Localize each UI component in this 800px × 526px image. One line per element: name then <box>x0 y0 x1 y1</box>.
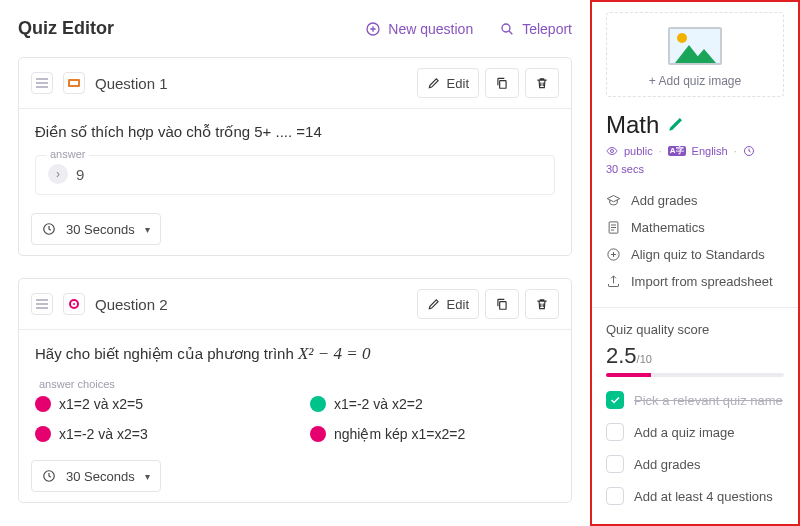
checkbox-checked-icon[interactable] <box>606 391 624 409</box>
question-header: Question 2 Edit <box>19 279 571 329</box>
question-title: Question 2 <box>95 296 407 313</box>
checklist-item: Add at least 4 questions <box>606 487 784 505</box>
quality-bar-fill <box>606 373 651 377</box>
drag-handle-icon[interactable] <box>31 293 53 315</box>
duration-label[interactable]: 30 secs <box>606 163 644 175</box>
quiz-title-row: Math <box>606 111 784 139</box>
time-label: 30 Seconds <box>66 222 135 237</box>
choice-text: x1=-2 và x2=3 <box>59 426 148 442</box>
correct-dot-icon <box>310 396 326 412</box>
checkbox-unchecked-icon[interactable] <box>606 423 624 441</box>
quality-score-value: 2.5 <box>606 343 637 368</box>
choice-text: x1=2 và x2=5 <box>59 396 143 412</box>
quality-score-max: /10 <box>637 353 652 365</box>
document-icon <box>606 220 621 235</box>
answer-label: answer <box>46 148 89 160</box>
pencil-icon <box>667 115 685 133</box>
question-text: Điền số thích hợp vào chỗ trống 5+ .... … <box>35 123 555 141</box>
answer-choice: nghiệm kép x1=x2=2 <box>310 426 555 442</box>
edit-title-button[interactable] <box>667 115 685 136</box>
visibility-label[interactable]: public <box>624 145 653 157</box>
language-icon: A字 <box>668 146 686 156</box>
answer-choice: x1=-2 và x2=2 <box>310 396 555 412</box>
main-header: Quiz Editor New question Teleport <box>18 8 572 57</box>
checklist-item: Add grades <box>606 455 784 473</box>
wrong-dot-icon <box>35 426 51 442</box>
question-header: Question 1 Edit <box>19 58 571 108</box>
edit-button[interactable]: Edit <box>417 289 479 319</box>
quality-label: Quiz quality score <box>606 322 784 337</box>
checklist-item: Pick a relevant quiz name <box>606 391 784 409</box>
question-equation: X² − 4 = 0 <box>298 344 370 363</box>
time-select[interactable]: 30 Seconds ▾ <box>31 213 161 245</box>
clock-icon <box>42 469 56 483</box>
upload-icon <box>606 274 621 289</box>
answer-choices-box: answer choices x1=2 và x2=5 x1=-2 và x2=… <box>35 378 555 442</box>
align-standards-button[interactable]: Align quiz to Standards <box>606 247 784 262</box>
question-footer: 30 Seconds ▾ <box>19 452 571 502</box>
question-footer: 30 Seconds ▾ <box>19 205 571 255</box>
question-body: Điền số thích hợp vào chỗ trống 5+ .... … <box>19 109 571 205</box>
svg-point-6 <box>611 150 614 153</box>
answer-choice: x1=2 và x2=5 <box>35 396 280 412</box>
new-question-button[interactable]: New question <box>365 21 473 37</box>
multiple-choice-icon <box>63 293 85 315</box>
edit-label: Edit <box>447 297 469 312</box>
duplicate-button[interactable] <box>485 68 519 98</box>
delete-button[interactable] <box>525 68 559 98</box>
subject-button[interactable]: Mathematics <box>606 220 784 235</box>
checklist-item: Add a quiz image <box>606 423 784 441</box>
chevron-down-icon: ▾ <box>145 471 150 482</box>
clock-icon <box>743 145 755 157</box>
import-spreadsheet-button[interactable]: Import from spreadsheet <box>606 274 784 289</box>
search-icon <box>499 21 515 37</box>
pencil-icon <box>427 76 441 90</box>
duplicate-button[interactable] <box>485 289 519 319</box>
quality-bar <box>606 373 784 377</box>
fill-blank-icon <box>63 72 85 94</box>
time-label: 30 Seconds <box>66 469 135 484</box>
sidebar: + Add quiz image Math public · A字 Englis… <box>590 0 800 526</box>
quiz-name: Math <box>606 111 659 139</box>
sidebar-actions: Add grades Mathematics Align quiz to Sta… <box>606 193 784 289</box>
svg-rect-4 <box>500 302 506 310</box>
question-text-prefix: Hãy cho biết nghiệm của phương trình <box>35 345 298 362</box>
time-select[interactable]: 30 Seconds ▾ <box>31 460 161 492</box>
quality-score: 2.5/10 <box>606 343 784 369</box>
question-card: Question 1 Edit Điền số thích hợp và <box>18 57 572 256</box>
edit-button[interactable]: Edit <box>417 68 479 98</box>
quality-checklist: Pick a relevant quiz name Add a quiz ima… <box>606 391 784 505</box>
eye-icon <box>606 145 618 157</box>
teleport-button[interactable]: Teleport <box>499 21 572 37</box>
plus-circle-icon <box>606 247 621 262</box>
copy-icon <box>495 76 509 90</box>
chevron-right-icon: › <box>48 164 68 184</box>
plus-circle-icon <box>365 21 381 37</box>
question-title: Question 1 <box>95 75 407 92</box>
delete-button[interactable] <box>525 289 559 319</box>
wrong-dot-icon <box>310 426 326 442</box>
choice-text: x1=-2 và x2=2 <box>334 396 423 412</box>
question-body: Hãy cho biết nghiệm của phương trình X² … <box>19 330 571 452</box>
answer-choice: x1=-2 và x2=3 <box>35 426 280 442</box>
wrong-dot-icon <box>35 396 51 412</box>
edit-label: Edit <box>447 76 469 91</box>
add-grades-button[interactable]: Add grades <box>606 193 784 208</box>
checkbox-unchecked-icon[interactable] <box>606 487 624 505</box>
drag-handle-icon[interactable] <box>31 72 53 94</box>
page-title: Quiz Editor <box>18 18 114 39</box>
quiz-meta: public · A字 English · 30 secs <box>606 145 784 175</box>
choice-text: nghiệm kép x1=x2=2 <box>334 426 465 442</box>
question-card: Question 2 Edit Hãy cho biết nghiệm <box>18 278 572 503</box>
header-actions: New question Teleport <box>365 21 572 37</box>
checkbox-unchecked-icon[interactable] <box>606 455 624 473</box>
image-placeholder-icon <box>668 27 722 65</box>
copy-icon <box>495 297 509 311</box>
add-image-label: + Add quiz image <box>617 74 773 88</box>
clock-icon <box>42 222 56 236</box>
new-question-label: New question <box>388 21 473 37</box>
add-quiz-image-button[interactable]: + Add quiz image <box>606 12 784 97</box>
language-label[interactable]: English <box>692 145 728 157</box>
answer-box: answer › 9 <box>35 155 555 195</box>
teleport-label: Teleport <box>522 21 572 37</box>
